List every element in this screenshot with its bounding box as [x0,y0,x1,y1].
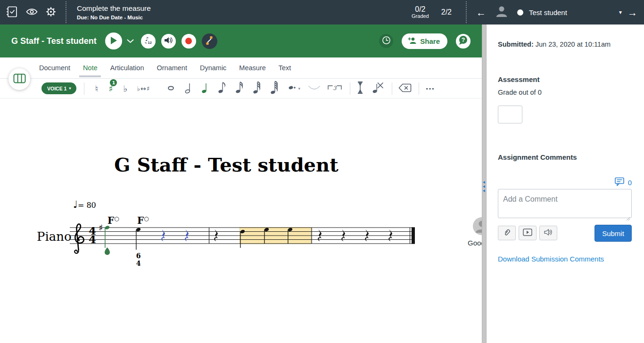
comment-bubble-icon [615,177,624,188]
final-barline [412,228,415,244]
voice-select-button[interactable]: VOICE 1 ▾ [41,82,76,94]
submit-button[interactable]: Submit [594,225,632,242]
sixtyfourth-note-button[interactable] [270,81,278,96]
figured-bass[interactable]: 6 4 [136,252,141,267]
selected-note-chord[interactable] [105,225,110,255]
record-button[interactable] [182,34,196,49]
student-dropdown-caret[interactable]: ▾ [619,9,622,16]
volume-button[interactable] [161,34,176,49]
tab-document[interactable]: Document [39,57,70,79]
tab-dynamic[interactable]: Dynamic [200,57,226,79]
media-icon [523,229,532,237]
record-icon [185,38,192,44]
download-submission-comments-link[interactable]: Download Submission Comments [498,255,604,263]
score-canvas[interactable]: G Staff - Test student ♩= 80 Piano [0,98,482,343]
half-note-button[interactable] [185,82,192,95]
tie-icon [308,85,321,92]
quarter-note-button[interactable] [201,82,208,95]
midi-button[interactable] [202,33,217,49]
audio-comment-button[interactable] [539,226,557,240]
tab-measure[interactable]: Measure [239,57,265,79]
natural-icon: ♮ [95,83,98,94]
student-navigator: ← Test student ▾ → [468,0,644,24]
eighth-note-button[interactable] [218,82,226,95]
whole-note-button[interactable] [167,82,174,95]
speaker-icon [544,229,553,237]
quarter-note[interactable] [136,227,141,250]
splitter-handle-icon[interactable] [483,181,485,192]
toolbar-divider [350,82,350,95]
panel-splitter[interactable] [482,24,487,343]
dotted-note-caret[interactable]: ▾ [298,86,301,91]
score-title-label: G Staff - Test student [11,36,97,46]
svg-text:4: 4 [136,260,141,267]
media-comment-button[interactable] [519,226,537,240]
gradebook-button[interactable] [6,6,18,18]
quarter-note-icon [201,82,208,95]
grading-panel: Submitted: Jun 23, 2020 at 10:11am Asses… [487,24,644,343]
toggle-rest-button[interactable] [372,82,383,95]
svg-text:6: 6 [136,252,141,260]
respell-button[interactable]: ♭↔♯ [137,85,150,92]
toolbar-divider [84,82,84,95]
score-player-bar: G Staff - Test student ♪ 12 [0,24,482,57]
help-button[interactable]: ? [456,34,471,49]
assignment-header: Complete the measure Due: No Due Date - … [77,4,151,21]
assessment-heading: Assessment [498,75,539,83]
chevron-down-icon: ▾ [69,86,71,90]
tab-text[interactable]: Text [279,57,291,79]
playback-options-chevron[interactable] [126,36,135,46]
help-glyph: ? [462,37,465,43]
attach-file-button[interactable] [498,226,516,240]
sixteenth-note-button[interactable] [235,82,243,95]
comment-count: 0 [628,179,632,187]
paperclip-icon [503,229,511,238]
dotted-note-icon [289,84,296,92]
dotted-note-button[interactable] [289,84,296,92]
settings-button[interactable] [45,6,57,18]
sharp-button[interactable]: ♯ 1 [108,83,113,94]
tempo-badge-value: 12 [148,41,151,45]
topbar-divider [66,1,66,23]
hide-grades-button[interactable] [25,6,38,18]
more-tools-button[interactable]: … [425,86,435,91]
tab-ornament[interactable]: Ornament [157,57,187,79]
delete-button[interactable] [398,83,412,94]
student-avatar [495,4,509,20]
comment-input[interactable] [498,189,632,218]
speedgrader-app: Complete the measure Due: No Due Date - … [0,0,644,343]
thirtysecond-note-button[interactable] [253,82,261,96]
chevron-down-icon [127,38,134,45]
tuplet-icon: 3 [328,84,342,93]
chord-symbol[interactable]: F○ [107,215,119,226]
tuplet-button[interactable]: 3 [328,84,342,93]
insert-mode-button[interactable] [357,82,363,95]
sharp-accidental: ♯ [99,222,103,233]
thirtysecond-note-icon [253,82,261,96]
tab-articulation[interactable]: Articulation [110,57,144,79]
virtual-piano-button[interactable] [8,68,30,90]
chord-symbol[interactable]: F○ [137,215,149,226]
sixtyfourth-note-icon [270,81,278,96]
assignment-due-info: Due: No Due Date - Music [77,14,151,21]
history-button[interactable] [379,34,393,48]
topbar-divider [466,1,467,23]
respell-icon: ♭↔♯ [137,85,150,92]
next-student-button[interactable]: → [627,8,638,17]
clock-icon [382,36,391,46]
half-note-icon [185,82,192,95]
play-button[interactable] [105,33,122,49]
tempo-settings-button[interactable]: ♪ 12 [141,34,156,49]
grade-input[interactable] [498,106,522,123]
tab-note[interactable]: Note [83,57,98,79]
flat-button[interactable]: ♭ [123,83,127,94]
time-signature[interactable]: 4 4 [89,224,96,245]
staff-system[interactable]: Piano 4 4 F○ F○ ♯ [0,98,482,343]
previous-student-button[interactable]: ← [475,8,487,17]
speaker-icon [164,36,173,46]
natural-button[interactable]: ♮ [95,83,98,94]
tie-button[interactable] [308,85,321,92]
share-button[interactable]: Share [402,33,447,49]
sharp-count-badge: 1 [110,79,117,86]
submitted-line: Submitted: Jun 23, 2020 at 10:11am [498,41,611,48]
